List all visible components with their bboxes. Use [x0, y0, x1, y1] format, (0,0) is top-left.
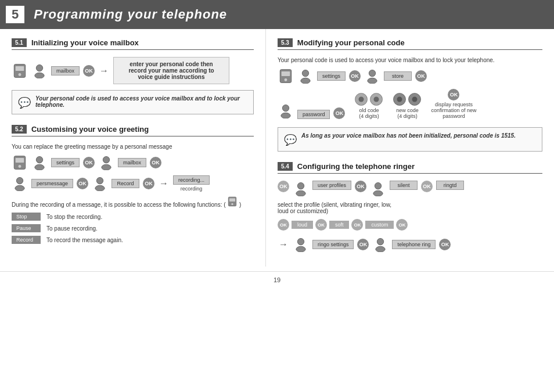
svg-point-11: [102, 164, 111, 170]
page-number: 19: [0, 271, 554, 288]
ok-btn-53d[interactable]: OK: [448, 89, 459, 100]
gear-icon-53d: [408, 92, 422, 106]
ok-btn-52a[interactable]: OK: [83, 157, 95, 168]
ok-btn-52b[interactable]: OK: [150, 157, 161, 168]
pause-desc: To pause recording.: [46, 225, 98, 232]
svg-rect-32: [355, 99, 358, 100]
svg-point-57: [296, 246, 305, 252]
ok-btn-54e[interactable]: OK: [315, 219, 327, 231]
svg-point-2: [19, 73, 21, 76]
svg-point-21: [284, 78, 287, 81]
svg-rect-39: [380, 99, 383, 100]
svg-point-35: [374, 97, 379, 102]
section-51-title: Initializing your voice mailbox: [31, 38, 139, 47]
display-mailbox-51: mailbox: [51, 66, 80, 75]
svg-point-41: [397, 97, 402, 102]
ok-btn-54i[interactable]: OK: [439, 239, 451, 250]
gear-icon-53c: [393, 92, 406, 106]
chapter-number: 5: [6, 6, 24, 23]
record-desc: To record the message again.: [46, 237, 123, 243]
svg-rect-48: [414, 93, 416, 96]
ok-btn-53a[interactable]: OK: [349, 70, 361, 82]
rec-func-stop: Stop To stop the recording.: [12, 213, 254, 221]
custom-label-54: custom: [365, 221, 394, 229]
display-recording-52: recording...: [173, 175, 210, 185]
svg-point-24: [369, 70, 375, 76]
svg-rect-20: [282, 71, 290, 76]
arrow-52: →: [159, 178, 168, 189]
recording-functions: Stop To stop the recording. Pause To pau…: [12, 213, 254, 244]
ok-btn-52d[interactable]: OK: [143, 178, 154, 189]
svg-point-8: [36, 156, 42, 163]
loud-label-54: loud: [292, 221, 313, 229]
svg-rect-43: [399, 103, 401, 106]
display-persmessage-52: persmessage: [31, 179, 73, 188]
section-52-intro: You can replace the greeting message by …: [12, 143, 254, 150]
ok-btn-54d[interactable]: OK: [278, 219, 289, 231]
info-box-53: 💬 As long as your voice mailbox has not …: [278, 127, 542, 152]
section-53-intro: Your personal code is used to access you…: [278, 57, 542, 63]
ok-btn-53b[interactable]: OK: [415, 70, 427, 82]
display-mailbox-52: mailbox: [118, 158, 146, 167]
person-icon-52a: [31, 154, 48, 171]
new-code-group: new code (4 digits): [393, 92, 422, 119]
display-password-53: password: [297, 110, 330, 119]
bubble-icon-51: 💬: [18, 96, 31, 109]
display-settings-53: settings: [317, 71, 346, 81]
section-54-badge: 5.4: [278, 162, 293, 171]
svg-point-13: [15, 185, 24, 191]
svg-rect-49: [414, 103, 416, 106]
section-54-steps-row1: OK user profiles OK silent OK ringtd: [278, 181, 542, 197]
display-silent-54: silent: [390, 181, 418, 190]
ok-btn-54a[interactable]: OK: [278, 181, 289, 192]
person-icon-53b: [364, 68, 380, 84]
svg-point-9: [35, 164, 44, 170]
arrow-54: →: [279, 239, 288, 250]
svg-point-10: [103, 156, 109, 163]
page-title: Programming your telephone: [34, 7, 227, 22]
bubble-icon-53: 💬: [284, 134, 297, 146]
steps-desc-51: enter your personal code then record you…: [113, 57, 229, 84]
section-51-badge: 5.1: [12, 38, 27, 47]
left-column: 5.1 Initializing your voice mailbox: [0, 29, 266, 267]
display-req-label: display requests confirmation of new pas…: [431, 102, 476, 119]
section-52-steps-row2: persmessage OK Record OK → recording... …: [12, 175, 254, 192]
section-53-badge: 5.3: [278, 38, 293, 47]
rec-func-pause: Pause To pause recording.: [12, 224, 254, 232]
recording-label-52: recording: [181, 186, 203, 192]
person-icon-54a: [293, 181, 309, 197]
svg-point-15: [95, 185, 105, 191]
svg-point-55: [373, 190, 383, 196]
svg-point-18: [232, 203, 233, 205]
person-icon-54c: [293, 236, 309, 253]
svg-point-14: [96, 177, 103, 184]
ok-btn-52c[interactable]: OK: [77, 178, 88, 189]
gear-icon-53a: [354, 92, 368, 106]
ok-btn-54g[interactable]: OK: [396, 219, 408, 231]
svg-rect-50: [409, 99, 412, 100]
ok-btn-54b[interactable]: OK: [355, 181, 366, 192]
svg-point-56: [297, 238, 304, 244]
section-53-header: 5.3 Modifying your personal code: [278, 38, 542, 50]
svg-rect-1: [16, 66, 24, 70]
svg-point-12: [16, 177, 23, 184]
ok-btn-51[interactable]: OK: [83, 65, 95, 77]
select-profile-text: select the profile (silent, vibrating ri…: [278, 202, 542, 214]
stop-label: Stop: [12, 213, 41, 221]
person-icon-52d: [92, 175, 108, 192]
display-req-group: OK display requests confirmation of new …: [431, 89, 476, 119]
svg-point-53: [296, 190, 305, 196]
display-ringosettings-54: ringo settings: [312, 240, 354, 249]
ok-btn-53c[interactable]: OK: [333, 107, 345, 119]
stop-desc: To stop the recording.: [46, 214, 102, 220]
svg-point-25: [368, 78, 377, 84]
person-icon-54b: [370, 181, 386, 197]
ok-btn-54c[interactable]: OK: [421, 181, 433, 192]
ok-btn-54f[interactable]: OK: [351, 219, 363, 231]
section-53-steps-row2: password OK: [278, 89, 542, 119]
svg-point-54: [375, 182, 381, 189]
page-header: 5 Programming your telephone: [0, 0, 554, 29]
right-column: 5.3 Modifying your personal code Your pe…: [266, 29, 554, 267]
svg-point-29: [359, 97, 364, 102]
ok-btn-54h[interactable]: OK: [357, 239, 369, 250]
